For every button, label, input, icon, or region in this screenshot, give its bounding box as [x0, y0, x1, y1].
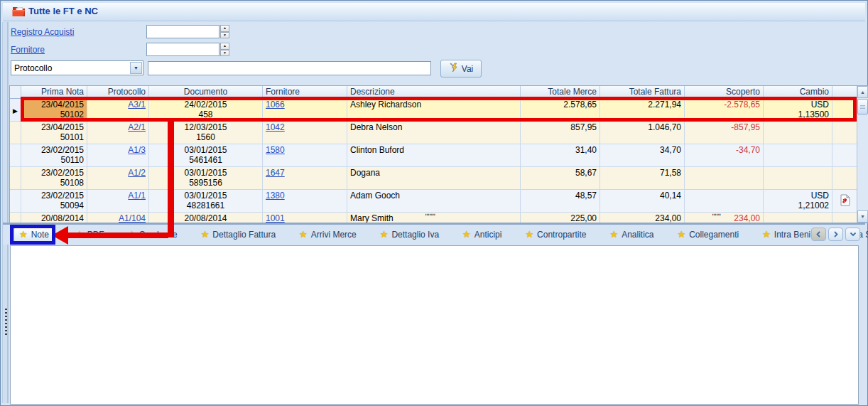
- star-icon: ★: [128, 230, 136, 239]
- tab-analitica[interactable]: ★ Analitica: [607, 228, 656, 241]
- fornitore-field[interactable]: ▲ ▼: [146, 43, 219, 56]
- app-window: Tutte le FT e NC Registro Acquisti ▲ ▼ F…: [0, 0, 868, 406]
- tab-anticipi[interactable]: ★ Anticipi: [460, 228, 504, 241]
- chevron-right-icon: [832, 231, 839, 237]
- search-type-combobox[interactable]: Protocollo ▼: [11, 60, 143, 75]
- cell-totale-merce: 857,95: [521, 122, 600, 144]
- protocollo-link[interactable]: A1/1: [128, 191, 146, 201]
- title-bar: Tutte le FT e NC: [3, 3, 865, 21]
- registro-spin-up-icon[interactable]: ▲: [220, 25, 229, 32]
- cell-pdf: [832, 144, 857, 166]
- tab-label: Contropartite: [537, 230, 586, 240]
- cell-totale-fattura: 2.271,94: [600, 99, 685, 121]
- fornitore-spin-down-icon[interactable]: ▼: [220, 50, 229, 57]
- tab-dettaglio-fattura[interactable]: ★ Dettaglio Fattura: [198, 228, 278, 241]
- note-content-panel[interactable]: [10, 245, 859, 405]
- cell-totale-merce: 2.578,65: [521, 99, 600, 121]
- header-cambio[interactable]: Cambio: [764, 86, 832, 98]
- protocollo-link[interactable]: A2/1: [128, 122, 146, 132]
- grid-rows: ▶ 23/04/201550102 A3/1 24/02/2015458 106…: [10, 99, 868, 223]
- cell-prima-nota: 23/04/201550102: [21, 99, 87, 121]
- tab-intra-beni[interactable]: ★ Intra Beni: [759, 228, 813, 241]
- tabs-scroll-right-button[interactable]: [828, 228, 843, 241]
- star-icon: ★: [609, 230, 618, 239]
- table-row[interactable]: ▶ 23/02/201550094 A1/1 03/01/20154828166…: [10, 190, 868, 213]
- table-row[interactable]: ▶ 23/02/201550110 A1/3 03/01/20155461461…: [10, 144, 868, 167]
- tabs-scroll-left-button[interactable]: [811, 228, 826, 241]
- header-scoperto[interactable]: Scoperto: [685, 86, 764, 98]
- cell-totale-fattura: 1.046,70: [600, 122, 685, 144]
- header-documento[interactable]: Documento: [149, 86, 263, 98]
- fornitore-link[interactable]: 1066: [266, 100, 285, 109]
- fornitore-link[interactable]: 1380: [266, 191, 285, 201]
- vai-button[interactable]: Vai: [440, 60, 482, 78]
- cell-pdf: [832, 213, 857, 223]
- scroll-down-icon[interactable]: ▼: [857, 210, 868, 223]
- scroll-thumb[interactable]: [857, 99, 868, 114]
- current-row-arrow-icon: ▶: [13, 106, 18, 116]
- table-row[interactable]: ▶ 23/04/201550102 A3/1 24/02/2015458 106…: [10, 99, 868, 122]
- fornitore-link[interactable]: 1001: [266, 213, 285, 223]
- tab-collegamenti[interactable]: ★ Collegamenti: [675, 228, 742, 241]
- tab-label: Scadenze: [139, 230, 177, 240]
- cell-prima-nota: 23/02/201550108: [21, 167, 87, 189]
- fornitore-input[interactable]: [147, 43, 219, 55]
- search-type-value: Protocollo: [14, 63, 52, 73]
- table-row[interactable]: ▶ 23/02/201550108 A1/2 03/01/20155895156…: [10, 167, 868, 190]
- tab-contropartite[interactable]: ★ Contropartite: [522, 228, 589, 241]
- tab-note[interactable]: ★ Note: [13, 228, 55, 242]
- tab-arrivi-merce[interactable]: ★ Arrivi Merce: [296, 228, 359, 241]
- search-input[interactable]: [148, 61, 431, 75]
- cell-protocollo: A2/1: [87, 122, 149, 144]
- fornitore-link[interactable]: 1042: [266, 122, 285, 132]
- star-icon: ★: [380, 230, 389, 239]
- protocollo-link[interactable]: A3/1: [128, 100, 146, 109]
- tabs-more-button[interactable]: [845, 228, 860, 241]
- tab-label: Dettaglio Fattura: [212, 230, 276, 240]
- protocollo-link[interactable]: A1/2: [128, 168, 146, 178]
- star-icon: ★: [19, 230, 28, 239]
- cell-descrizione: Dogana: [347, 167, 521, 189]
- table-row[interactable]: ▶ 23/04/201550101 A2/1 12/03/20151560 10…: [10, 122, 868, 144]
- header-totale-merce[interactable]: Totale Merce: [521, 86, 600, 98]
- protocollo-link[interactable]: A1/104: [119, 213, 146, 223]
- tab-pdf[interactable]: ★ PDF: [72, 228, 107, 241]
- cell-cambio: [764, 167, 832, 189]
- star-icon: ★: [762, 230, 771, 239]
- cell-prima-nota: 20/08/2014: [21, 213, 87, 223]
- header-prima-nota[interactable]: Prima Nota: [21, 86, 87, 98]
- fornitore-spin-up-icon[interactable]: ▲: [220, 43, 229, 50]
- cell-protocollo: A3/1: [87, 99, 149, 121]
- header-fornitore[interactable]: Fornitore: [263, 86, 347, 98]
- splitter-grip-icon[interactable]: [5, 309, 7, 336]
- header-totale-fattura[interactable]: Totale Fattura: [600, 86, 685, 98]
- tab-label: Analitica: [622, 230, 653, 240]
- tab-label: Collegamenti: [689, 230, 739, 240]
- cell-descrizione: Debra Nelson: [347, 122, 521, 144]
- cell-pdf: [832, 190, 857, 212]
- chevron-down-icon: [850, 231, 857, 237]
- pdf-icon[interactable]: [840, 194, 850, 208]
- cell-documento: 03/01/20155895156: [149, 167, 263, 189]
- registro-acquisti-input[interactable]: [147, 26, 219, 38]
- header-protocollo[interactable]: Protocollo: [87, 86, 149, 98]
- registro-spin-down-icon[interactable]: ▼: [220, 32, 229, 39]
- fornitore-link[interactable]: Fornitore: [11, 45, 45, 55]
- combo-dropdown-icon[interactable]: ▼: [130, 62, 142, 74]
- grid-vertical-scrollbar[interactable]: ▲ ▼: [857, 86, 868, 223]
- header-descrizione[interactable]: Descrizione: [347, 86, 521, 98]
- table-row[interactable]: ▶ 20/08/2014 A1/104 20/08/2014 1001 Mary…: [10, 213, 868, 223]
- fornitore-link[interactable]: 1580: [266, 145, 285, 155]
- fornitore-link[interactable]: 1647: [266, 168, 285, 178]
- tab-nav-buttons: [811, 228, 860, 241]
- tab-dettaglio-iva[interactable]: ★ Dettaglio Iva: [377, 228, 442, 241]
- protocollo-link[interactable]: A1/3: [128, 145, 146, 155]
- scroll-up-icon[interactable]: ▲: [857, 86, 868, 98]
- cell-documento: 24/02/2015458: [149, 99, 263, 121]
- registro-acquisti-field[interactable]: ▲ ▼: [146, 25, 219, 38]
- cell-descrizione: Ashley Richardson: [347, 99, 521, 121]
- left-splitter[interactable]: [2, 22, 9, 403]
- cell-fornitore: 1066: [263, 99, 347, 121]
- registro-acquisti-link[interactable]: Registro Acquisti: [11, 27, 74, 37]
- tab-scadenze[interactable]: ★ Scadenze: [125, 228, 180, 241]
